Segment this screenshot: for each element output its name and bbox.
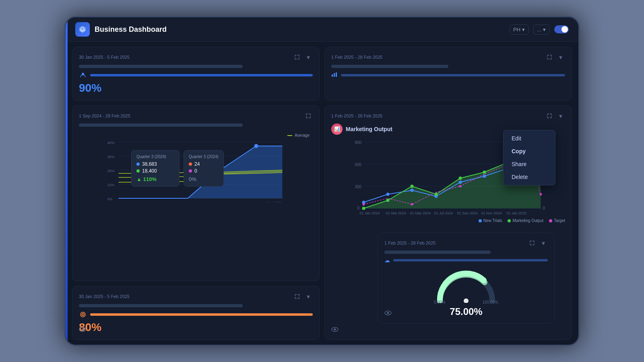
marketing-legend: New Trials Marketing Output Target (331, 218, 565, 223)
tooltip-1-val2: 18,400 (142, 168, 157, 174)
dropdown-icon-gauge[interactable]: ▾ (539, 239, 548, 247)
tooltip-2-row2: 0 (189, 168, 219, 174)
eye-icon-marketing[interactable] (331, 326, 339, 335)
card-controls-tr: ▾ (545, 53, 565, 62)
gauge-value: 75.00% (450, 306, 482, 317)
bar-chart-icon (331, 71, 338, 79)
card-controls-bl: ▾ (293, 292, 313, 301)
marketing-icon: 📊 (331, 123, 343, 135)
tooltip-dot-blue1 (136, 162, 140, 166)
expand-icon-main[interactable] (304, 111, 313, 120)
legend-label-average: Average (295, 133, 310, 138)
target-icon (79, 311, 87, 319)
gauge-svg-container: 0.00% 100.00% (434, 267, 498, 303)
svg-text:600: 600 (355, 162, 362, 167)
gauge-mini-bar (393, 259, 548, 261)
card-header-bl: 30 Jan 2025 - 5 Feb 2025 ▾ (79, 292, 313, 301)
gauge-icon-area: ☁ (384, 257, 548, 263)
svg-point-27 (483, 171, 486, 174)
expand-icon-tr[interactable] (545, 53, 554, 62)
svg-text:01 May 2024: 01 May 2024 (410, 211, 431, 214)
gauge-min-label: 0.00% (434, 300, 445, 304)
context-menu-copy[interactable]: Copy (504, 145, 555, 158)
dropdown-icon-marketing[interactable]: ▾ (556, 111, 565, 120)
svg-point-23 (386, 199, 390, 202)
tooltip-2-title: Quarter 3 (2024) (189, 154, 219, 159)
card-header-top-left: 30 Jan 2025 - 5 Feb 2025 ▾ (79, 53, 313, 62)
svg-point-16 (411, 189, 414, 192)
card-date-top-left: 30 Jan 2025 - 5 Feb 2025 (79, 55, 130, 60)
card-title-bar-bl (79, 304, 243, 307)
svg-text:40%: 40% (107, 141, 115, 145)
expand-icon-tl[interactable] (293, 53, 301, 62)
chart-title-bar (79, 123, 243, 127)
header-controls: PH ▾ ... ▾ (510, 25, 569, 35)
eye-icon-gauge[interactable] (384, 309, 392, 318)
svg-text:01 Nov 2024: 01 Nov 2024 (481, 211, 502, 214)
svg-text:300: 300 (355, 185, 362, 189)
svg-point-24 (411, 185, 414, 188)
user-icon (79, 71, 87, 79)
metric-row-bl (79, 311, 313, 319)
context-menu-share[interactable]: Share (504, 158, 555, 171)
card-main-chart: 1 Sep 2024 - 28 Feb 2025 0% (72, 105, 320, 281)
dropdown-icon-bl[interactable]: ▾ (304, 292, 313, 301)
legend-dot-green (508, 219, 511, 222)
svg-text:30%: 30% (107, 155, 115, 159)
context-menu-edit[interactable]: Edit (504, 132, 555, 145)
svg-point-43 (334, 329, 336, 331)
svg-text:10%: 10% (107, 183, 115, 187)
gauge-max-label: 100.00% (483, 300, 498, 304)
tooltip-2-row1: 24 (189, 161, 219, 167)
card-top-right: 1 Feb 2025 - 28 Feb 2025 ▾ (324, 47, 572, 101)
svg-point-56 (254, 144, 258, 148)
svg-point-30 (363, 203, 365, 206)
chevron-down-icon-2: ▾ (543, 27, 546, 33)
svg-point-62 (82, 329, 84, 331)
metric-bar-bl (90, 313, 313, 316)
card-controls-marketing: ▾ (545, 111, 565, 120)
svg-text:01 Jan 2025: 01 Jan 2025 (507, 211, 527, 214)
tooltip-2-val1: 24 (194, 161, 200, 167)
card-icon-area-tr (331, 71, 565, 79)
svg-point-22 (362, 207, 365, 210)
svg-text:01 Jul 2024: 01 Jul 2024 (434, 211, 453, 214)
more-btn-label: ... (537, 27, 541, 33)
svg-text:0: 0 (357, 206, 360, 210)
more-options-btn[interactable]: ... ▾ (533, 25, 549, 35)
cloud-icon: ☁ (384, 257, 390, 263)
context-menu: Edit Copy Share Delete (503, 130, 555, 185)
arrow-up-icon: ▲ (136, 176, 143, 182)
tooltip-1-row2: 18,400 (136, 168, 174, 174)
legend-label-new-trials: New Trials (483, 218, 502, 223)
theme-toggle[interactable] (554, 25, 569, 33)
legend-target: Target (549, 218, 565, 223)
expand-icon-marketing[interactable] (545, 111, 554, 120)
dropdown-icon-tl[interactable]: ▾ (304, 53, 313, 62)
card-header-main-chart: 1 Sep 2024 - 28 Feb 2025 (79, 111, 313, 120)
app-logo (75, 22, 90, 37)
marketing-title: Marketing Output (346, 126, 392, 132)
dropdown-icon-tr[interactable]: ▾ (556, 53, 565, 62)
legend-line-average (287, 135, 292, 136)
legend-new-trials: New Trials (479, 218, 502, 223)
context-menu-delete[interactable]: Delete (504, 171, 555, 183)
gauge-card-header: 1 Feb 2025 - 28 Feb 2025 ▾ (384, 239, 548, 247)
gauge-labels: 0.00% 100.00% (434, 300, 498, 304)
view-selector-btn[interactable]: PH ▾ (510, 25, 528, 35)
tooltip-1-change: ▲ 110% (136, 176, 174, 182)
card-bottom-left: 30 Jan 2025 - 5 Feb 2025 ▾ (72, 286, 320, 340)
svg-rect-2 (334, 73, 335, 77)
expand-icon-bl[interactable] (293, 292, 301, 301)
card-controls-top-left: ▾ (293, 53, 313, 62)
card-gauge-panel: 1 Feb 2025 - 28 Feb 2025 ▾ ☁ (378, 232, 555, 323)
expand-icon-gauge[interactable] (528, 239, 537, 247)
tooltip-1: Quarter 3 (2024) 38,683 18,400 ▲ 110% (131, 150, 180, 187)
svg-point-31 (411, 203, 413, 206)
tooltip-1-row1: 38,683 (136, 161, 174, 167)
tooltip-1-title: Quarter 3 (2024) (136, 154, 174, 159)
eye-icon-bl[interactable] (79, 326, 86, 335)
legend-dot-purple (549, 219, 552, 222)
svg-rect-3 (336, 72, 337, 77)
legend-label-target: Target (554, 218, 565, 223)
